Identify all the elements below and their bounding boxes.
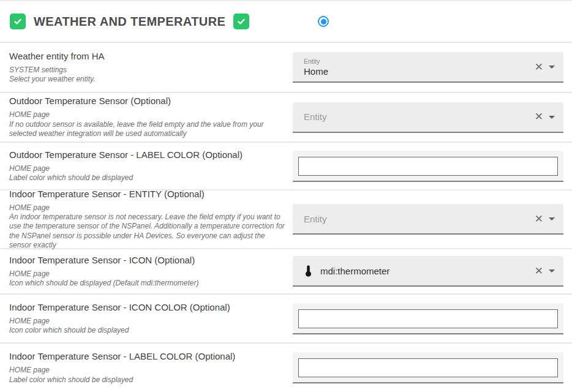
setting-control: Entity ✕: [293, 204, 563, 235]
indoor-icon-color-input[interactable]: [298, 309, 558, 328]
setting-context: HOME page: [9, 164, 285, 173]
setting-description: Icon color which should be displayed: [9, 326, 285, 335]
setting-info: Indoor Temperature Sensor - ENTITY (Opti…: [0, 189, 293, 251]
setting-control: [293, 151, 563, 182]
setting-title: Indoor Temperature Sensor - LABEL COLOR …: [9, 351, 285, 361]
select-text: mdi:thermometer: [304, 265, 535, 277]
select-text: Entity Home: [304, 58, 535, 77]
setting-info: Weather entity from HA SYSTEM settings S…: [0, 51, 293, 85]
setting-row-indoor-label-color: Indoor Temperature Sensor - LABEL COLOR …: [0, 344, 572, 392]
setting-description: Icon which should be displayed (Default …: [9, 279, 285, 288]
setting-context: HOME page: [9, 110, 285, 119]
setting-info: Indoor Temperature Sensor - ICON (Option…: [0, 255, 293, 288]
setting-description: Select your weather entity.: [9, 75, 285, 84]
indoor-temp-entity-select[interactable]: Entity ✕: [293, 204, 563, 235]
setting-title: Weather entity from HA: [9, 51, 285, 61]
setting-info: Outdoor Temperature Sensor - LABEL COLOR…: [0, 149, 293, 183]
setting-info: Outdoor Temperature Sensor (Optional) HO…: [0, 96, 293, 138]
checkmark-icon: [236, 17, 246, 26]
select-actions: ✕: [535, 111, 555, 122]
indoor-label-color-input[interactable]: [298, 358, 558, 377]
setting-control: mdi:thermometer ✕: [293, 256, 563, 287]
text-input-container: [293, 151, 563, 182]
setting-title: Indoor Temperature Sensor - ENTITY (Opti…: [9, 189, 285, 199]
setting-title: Indoor Temperature Sensor - ICON (Option…: [9, 255, 285, 265]
setting-title: Outdoor Temperature Sensor (Optional): [9, 96, 285, 106]
select-actions: ✕: [535, 214, 555, 224]
clear-icon[interactable]: ✕: [535, 266, 543, 276]
setting-control: Entity Home ✕: [293, 52, 563, 83]
select-actions: ✕: [535, 266, 555, 276]
setting-title: Indoor Temperature Sensor - ICON COLOR (…: [9, 302, 285, 312]
setting-context: HOME page: [9, 366, 285, 375]
outdoor-label-color-input[interactable]: [298, 157, 558, 176]
outdoor-temp-entity-select[interactable]: Entity ✕: [293, 102, 563, 133]
setting-title: Outdoor Temperature Sensor - LABEL COLOR…: [9, 149, 285, 160]
radio-dot: [321, 19, 326, 24]
indoor-icon-select[interactable]: mdi:thermometer ✕: [293, 256, 563, 287]
checkbox-icon[interactable]: [10, 13, 26, 29]
chevron-down-icon[interactable]: [549, 217, 555, 221]
setting-context: HOME page: [9, 203, 285, 213]
setting-row-indoor-temp-entity: Indoor Temperature Sensor - ENTITY (Opti…: [0, 190, 572, 249]
setting-description: If no outdoor sensor is available, leave…: [9, 120, 285, 139]
weather-entity-select[interactable]: Entity Home ✕: [293, 52, 563, 83]
setting-control: [293, 303, 563, 334]
section-title: WEATHER AND TEMPERATURE: [34, 15, 225, 29]
setting-row-indoor-icon-color: Indoor Temperature Sensor - ICON COLOR (…: [0, 295, 572, 344]
setting-description: Label color which should be displayed: [9, 375, 285, 385]
select-text: Entity: [304, 111, 535, 122]
select-text: Entity: [304, 214, 535, 224]
setting-control: [293, 352, 563, 383]
clear-icon[interactable]: ✕: [535, 62, 543, 72]
chevron-down-icon[interactable]: [549, 270, 555, 273]
clear-icon[interactable]: ✕: [535, 214, 543, 224]
section-header: WEATHER AND TEMPERATURE: [0, 1, 572, 43]
setting-control: Entity ✕: [293, 102, 563, 133]
setting-info: Indoor Temperature Sensor - ICON COLOR (…: [0, 302, 293, 336]
select-actions: ✕: [535, 62, 555, 72]
radio-button-selected[interactable]: [318, 16, 329, 27]
text-input-container: [293, 303, 563, 334]
setting-context: SYSTEM settings: [9, 66, 285, 75]
setting-description: Label color which should be displayed: [9, 173, 285, 183]
setting-info: Indoor Temperature Sensor - LABEL COLOR …: [0, 351, 293, 385]
checkmark-icon: [13, 17, 23, 26]
select-placeholder: Entity: [304, 214, 535, 224]
select-value: Home: [304, 66, 535, 77]
clear-icon[interactable]: ✕: [535, 111, 543, 122]
config-page: WEATHER AND TEMPERATURE Weather entity f…: [0, 0, 572, 392]
setting-context: HOME page: [9, 317, 285, 326]
chevron-down-icon[interactable]: [549, 66, 555, 69]
select-floating-label: Entity: [304, 58, 535, 65]
setting-context: HOME page: [9, 270, 285, 279]
select-value: mdi:thermometer: [320, 266, 389, 276]
thermometer-icon: [304, 265, 313, 277]
select-placeholder: Entity: [304, 111, 535, 122]
setting-description: An indoor temperature sensor is not nece…: [9, 213, 285, 250]
checkbox-icon[interactable]: [233, 13, 249, 29]
text-input-container: [293, 352, 563, 383]
chevron-down-icon[interactable]: [549, 116, 555, 119]
setting-row-outdoor-label-color: Outdoor Temperature Sensor - LABEL COLOR…: [0, 143, 572, 190]
setting-row-indoor-icon: Indoor Temperature Sensor - ICON (Option…: [0, 249, 572, 295]
setting-row-outdoor-temp-entity: Outdoor Temperature Sensor (Optional) HO…: [0, 93, 572, 143]
setting-row-weather-entity: Weather entity from HA SYSTEM settings S…: [0, 43, 572, 93]
